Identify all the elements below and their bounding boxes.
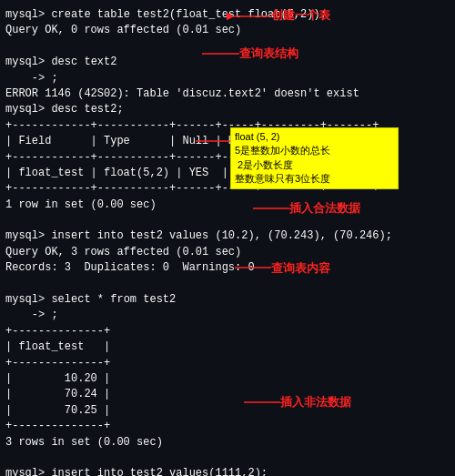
line-8: +------------+-----------+------+-----+-…	[5, 118, 450, 134]
line-15: mysql> insert into test2 values (10.2), …	[5, 228, 450, 244]
line-2: Query OK, 0 rows affected (0.01 sec)	[5, 23, 450, 38]
line-23: +--------------+	[5, 356, 450, 371]
line-21: +--------------+	[5, 324, 450, 339]
line-7: mysql> desc test2;	[5, 102, 450, 117]
terminal-content: mysql> create table test2(float_test flo…	[5, 7, 450, 476]
line-26: | 70.25 |	[5, 403, 450, 419]
line-6: ERROR 1146 (42S02): Table 'discuz.text2'…	[5, 86, 450, 102]
line-20: -> ;	[5, 308, 450, 323]
line-4: mysql> desc text2	[5, 55, 450, 70]
terminal-window: mysql> create table test2(float_test flo…	[0, 0, 455, 476]
line-16: Query OK, 3 rows affected (0.01 sec)	[5, 245, 450, 260]
line-5: -> ;	[5, 71, 450, 86]
line-24: | 10.20 |	[5, 371, 450, 387]
line-19: mysql> select * from test2	[5, 292, 450, 308]
line-12: +------------+-----------+------+-----+-…	[5, 181, 450, 197]
line-11: | float_test | float(5,2) | YES | | NULL…	[5, 166, 450, 181]
line-10: +------------+-----------+------+-----+-…	[5, 150, 450, 166]
line-25: | 70.24 |	[5, 387, 450, 402]
line-14	[5, 213, 450, 228]
line-30: mysql> insert into test2 values(1111,2);	[5, 466, 450, 476]
line-3	[5, 39, 450, 55]
line-9: | Field | Type | Null | Key | Default | …	[5, 134, 450, 149]
line-17: Records: 3 Duplicates: 0 Warnings: 0	[5, 260, 450, 276]
line-28: 3 rows in set (0.00 sec)	[5, 435, 450, 451]
line-13: 1 row in set (0.00 sec)	[5, 197, 450, 213]
line-18	[5, 277, 450, 292]
line-27: +--------------+	[5, 419, 450, 434]
line-22: | float_test |	[5, 339, 450, 355]
line-1: mysql> create table test2(float_test flo…	[5, 7, 450, 23]
line-29	[5, 451, 450, 466]
